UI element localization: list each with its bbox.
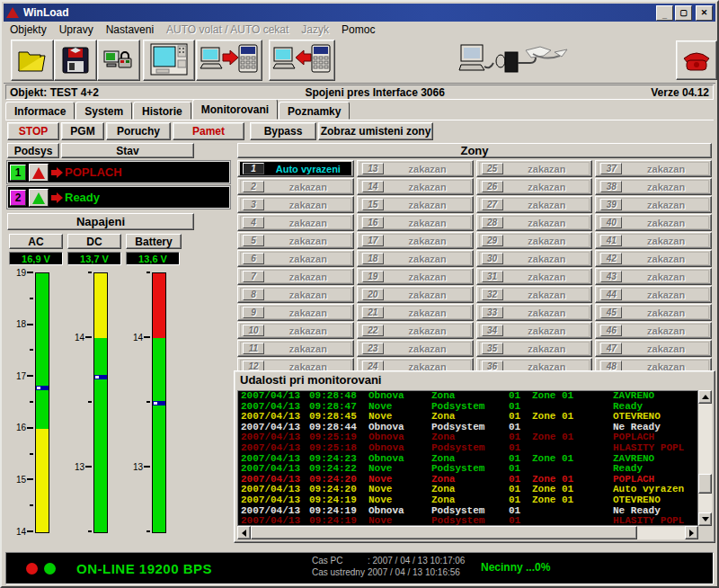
zone-cell-1[interactable]: 1Auto vyrazeni: [237, 160, 354, 177]
zone-number-button[interactable]: 33: [482, 307, 503, 318]
zone-cell-22[interactable]: 22zakazan: [357, 322, 474, 339]
zone-cell-23[interactable]: 23zakazan: [357, 340, 474, 357]
zone-number-button[interactable]: 38: [600, 181, 622, 192]
menu-item-nastaveni[interactable]: Nastaveni: [100, 22, 160, 37]
tab-monitorovani[interactable]: Monitorovani: [192, 99, 278, 120]
zone-number-button[interactable]: 7: [243, 271, 264, 282]
zone-cell-34[interactable]: 34zakazan: [476, 322, 593, 339]
scroll-up-button[interactable]: [698, 390, 712, 404]
tab-informace[interactable]: Informace: [5, 102, 75, 120]
zone-number-button[interactable]: 37: [600, 163, 622, 174]
zone-number-button[interactable]: 42: [600, 253, 622, 264]
zone-cell-25[interactable]: 25zakazan: [476, 160, 593, 177]
zone-number-button[interactable]: 46: [600, 325, 622, 336]
zone-cell-33[interactable]: 33zakazan: [476, 304, 593, 321]
zone-cell-3[interactable]: 3zakazan: [237, 196, 354, 213]
zone-number-button[interactable]: 44: [600, 289, 622, 300]
zone-number-button[interactable]: 10: [243, 325, 264, 336]
tab-historie[interactable]: Historie: [133, 102, 191, 120]
scroll-right-button[interactable]: [685, 526, 698, 539]
zone-cell-8[interactable]: 8zakazan: [237, 286, 354, 303]
zone-number-button[interactable]: 3: [243, 199, 264, 210]
zone-cell-38[interactable]: 38zakazan: [595, 178, 712, 195]
scroll-left-button[interactable]: [237, 526, 251, 539]
zone-number-button[interactable]: 18: [362, 253, 384, 264]
zone-number-button[interactable]: 22: [362, 325, 384, 336]
zone-cell-13[interactable]: 13zakazan: [357, 160, 474, 177]
menu-item-pomoc[interactable]: Pomoc: [335, 22, 381, 37]
zone-number-button[interactable]: 5: [243, 235, 264, 246]
zone-number-button[interactable]: 29: [482, 235, 503, 246]
zone-cell-19[interactable]: 19zakazan: [357, 268, 474, 285]
zone-number-button[interactable]: 27: [482, 199, 503, 210]
zone-cell-29[interactable]: 29zakazan: [476, 232, 593, 249]
zone-number-button[interactable]: 11: [243, 343, 264, 354]
zone-number-button[interactable]: 20: [362, 289, 384, 300]
subsystem-2-button[interactable]: 2: [10, 190, 26, 206]
zone-cell-17[interactable]: 17zakazan: [357, 232, 474, 249]
tab-system[interactable]: System: [75, 102, 132, 120]
zone-cell-4[interactable]: 4zakazan: [237, 214, 354, 231]
zone-cell-14[interactable]: 14zakazan: [357, 178, 474, 195]
zone-number-button[interactable]: 43: [600, 271, 622, 282]
receive-from-panel-button[interactable]: [269, 40, 335, 81]
event-log-row[interactable]: 2007/04/1309:28:48ObnovaZona01Zone 01ZAV…: [238, 391, 697, 402]
ready-indicator-button[interactable]: [29, 189, 49, 207]
event-log-vertical-scrollbar[interactable]: [698, 390, 712, 526]
zone-number-button[interactable]: 31: [482, 271, 503, 282]
zone-number-button[interactable]: 14: [362, 181, 384, 192]
close-button[interactable]: ✕: [696, 5, 713, 21]
security-button[interactable]: [97, 40, 140, 81]
zone-cell-41[interactable]: 41zakazan: [595, 232, 712, 249]
zone-cell-27[interactable]: 27zakazan: [476, 196, 593, 213]
zone-number-button[interactable]: 8: [243, 289, 264, 300]
zone-cell-46[interactable]: 46zakazan: [595, 322, 712, 339]
scroll-down-button[interactable]: [698, 512, 712, 526]
zone-cell-21[interactable]: 21zakazan: [357, 304, 474, 321]
zone-cell-40[interactable]: 40zakazan: [595, 214, 712, 231]
subtab-pamet[interactable]: Pamet: [173, 122, 244, 140]
zone-cell-30[interactable]: 30zakazan: [476, 250, 593, 267]
zone-cell-16[interactable]: 16zakazan: [357, 214, 474, 231]
horizontal-scroll-thumb[interactable]: [251, 526, 637, 539]
zone-number-button[interactable]: 39: [600, 199, 622, 210]
menu-item-objekty[interactable]: Objekty: [4, 22, 53, 37]
zone-number-button[interactable]: 1: [243, 163, 264, 174]
maximize-button[interactable]: ▢: [675, 5, 692, 21]
zone-cell-42[interactable]: 42zakazan: [595, 250, 712, 267]
subtab-stop[interactable]: STOP: [7, 122, 59, 140]
zone-cell-26[interactable]: 26zakazan: [476, 178, 593, 195]
alarm-indicator-button[interactable]: [29, 164, 49, 182]
zone-number-button[interactable]: 4: [243, 217, 264, 228]
zone-number-button[interactable]: 26: [482, 181, 503, 192]
zone-number-button[interactable]: 41: [600, 235, 622, 246]
zone-number-button[interactable]: 28: [482, 217, 503, 228]
zone-number-button[interactable]: 34: [482, 325, 503, 336]
zone-number-button[interactable]: 47: [600, 343, 622, 354]
subtab-zobraz-umisteni-zony[interactable]: Zobraz umisteni zony: [318, 122, 433, 140]
panel-button[interactable]: [143, 40, 195, 81]
vertical-scroll-thumb[interactable]: [698, 474, 712, 494]
zone-number-button[interactable]: 19: [362, 271, 384, 282]
zone-cell-15[interactable]: 15zakazan: [357, 196, 474, 213]
zone-cell-35[interactable]: 35zakazan: [476, 340, 593, 357]
subtab-bypass[interactable]: Bypass: [250, 122, 316, 140]
zone-cell-7[interactable]: 7zakazan: [237, 268, 354, 285]
zone-cell-28[interactable]: 28zakazan: [476, 214, 593, 231]
subsystem-1-button[interactable]: 1: [10, 165, 26, 181]
zone-cell-37[interactable]: 37zakazan: [595, 160, 712, 177]
zone-number-button[interactable]: 23: [362, 343, 384, 354]
minimize-button[interactable]: _: [656, 5, 673, 21]
zone-number-button[interactable]: 35: [482, 343, 503, 354]
event-log-horizontal-scrollbar[interactable]: [237, 526, 698, 539]
zone-cell-31[interactable]: 31zakazan: [476, 268, 593, 285]
open-folder-button[interactable]: [11, 40, 54, 81]
zone-number-button[interactable]: 16: [362, 217, 384, 228]
zone-number-button[interactable]: 2: [243, 181, 264, 192]
zone-cell-32[interactable]: 32zakazan: [476, 286, 593, 303]
zone-number-button[interactable]: 6: [243, 253, 264, 264]
zone-number-button[interactable]: 40: [600, 217, 622, 228]
zone-cell-9[interactable]: 9zakazan: [237, 304, 354, 321]
zone-cell-5[interactable]: 5zakazan: [237, 232, 354, 249]
zone-cell-43[interactable]: 43zakazan: [595, 268, 712, 285]
